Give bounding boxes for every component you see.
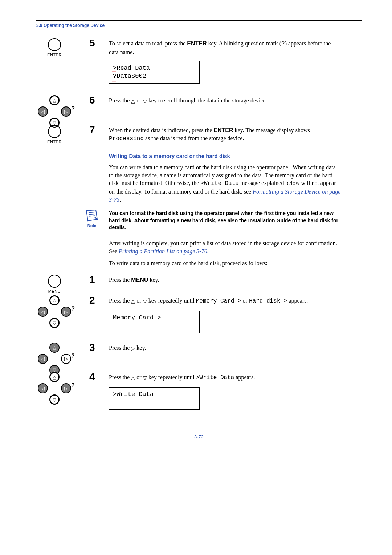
step-text: To select a data to read, press the ENTE…: [109, 40, 341, 56]
step-4: △ ◁ ▷ ▽ ? 4 Press the △ or ▽ key repeate…: [109, 373, 341, 410]
qmark: ?: [281, 41, 285, 47]
step-text: Press the △ or ▽ key repeatedly until Me…: [109, 297, 341, 305]
txt: When the desired data is indicated, pres…: [109, 127, 213, 133]
txt: key to scroll through the data in the st…: [147, 97, 267, 104]
step-7: ENTER 7 When the desired data is indicat…: [109, 126, 341, 143]
step-number: 7: [89, 124, 95, 136]
right-arrow-icon: ▷: [61, 354, 71, 364]
txt: .: [119, 197, 121, 203]
step-number: 1: [89, 274, 95, 285]
icon-label: ENTER: [36, 139, 73, 144]
icon-label: ENTER: [36, 53, 73, 57]
txt: or: [135, 374, 143, 380]
icon-label: MENU: [36, 289, 73, 293]
circle-icon: [48, 38, 61, 51]
lcd-line-1: >Read Data: [113, 64, 196, 72]
blink-mark-icon: ▴▴: [112, 79, 116, 83]
txt: key. The message display shows: [233, 127, 310, 133]
blink-mark-icon: ▾▾: [112, 70, 116, 74]
question-icon: ?: [71, 353, 75, 359]
up-arrow-icon: △: [49, 95, 60, 105]
page-footer: 3-72: [36, 430, 362, 439]
subsection-heading: Writing Data to a memory card or the har…: [109, 153, 341, 159]
key-name: ENTER: [213, 127, 233, 133]
triangle-up-icon: △: [131, 376, 135, 381]
right-arrow-icon: ▷: [61, 383, 71, 393]
dpad-icon: △ ◁ ▷ ▽ ?: [36, 372, 73, 405]
step-text: When the desired data is indicated, pres…: [109, 126, 341, 143]
step-text: Press the △ or ▽ key repeatedly until >W…: [109, 373, 341, 382]
down-arrow-icon: ▽: [49, 394, 60, 405]
txt: or: [135, 297, 143, 304]
triangle-down-icon: ▽: [143, 376, 147, 381]
paragraph: To write data to a memory card or the ha…: [109, 259, 341, 267]
up-arrow-icon: △: [49, 372, 60, 382]
txt: Press the: [109, 297, 131, 304]
lcd-display: >Read Data ▾▾ ?DataS002 ▴▴: [109, 61, 200, 84]
txt: key repeatedly until: [147, 297, 196, 304]
left-arrow-icon: ◁: [38, 307, 48, 317]
paragraph: You can write data to a memory card or t…: [109, 163, 341, 203]
txt: Press the: [109, 277, 131, 283]
triangle-up-icon: △: [131, 99, 135, 104]
step-5: ENTER 5 To select a data to read, press …: [109, 40, 341, 84]
key-name: ENTER: [187, 40, 207, 46]
code: Memory Card >: [196, 298, 241, 304]
bottom-rule: [36, 430, 362, 430]
step-number: 6: [89, 94, 95, 106]
step-2: △ ◁ ▷ ▽ ? 2 Press the △ or ▽ key repeate…: [109, 297, 341, 333]
right-arrow-icon: ▷: [61, 307, 71, 317]
step-number: 2: [89, 295, 95, 306]
lcd-text: ?DataS002: [113, 73, 146, 80]
lcd-line-1: Memory Card >: [113, 314, 196, 322]
dpad-icon: △ ◁ ▷ ▽ ?: [36, 343, 73, 375]
step-1: MENU 1 Press the MENU key.: [109, 276, 341, 284]
lcd-display: Memory Card >: [109, 311, 200, 333]
txt: appears.: [234, 374, 255, 380]
triangle-up-icon: △: [131, 299, 135, 304]
enter-key-icon: ENTER: [36, 38, 73, 57]
triangle-down-icon: ▽: [143, 299, 147, 304]
txt: Press the: [109, 345, 131, 351]
note-label: Note: [87, 223, 96, 228]
up-arrow-icon: △: [49, 295, 60, 305]
question-icon: ?: [71, 305, 75, 312]
txt: or: [241, 297, 249, 304]
left-arrow-icon: ◁: [38, 383, 48, 393]
circle-icon: [48, 125, 61, 138]
lcd-line-1: >Write Data: [113, 390, 196, 398]
code: Hard disk >: [249, 298, 287, 304]
section-header: 3.9 Operating the Storage Device: [36, 23, 362, 28]
right-arrow-icon: ▷: [61, 106, 71, 117]
cross-reference-link[interactable]: Printing a Partition List on page 3-76: [119, 248, 207, 254]
step-text: Press the MENU key.: [109, 276, 341, 284]
enter-key-icon: ENTER: [36, 125, 73, 144]
step-number: 3: [89, 342, 95, 353]
up-arrow-icon: △: [49, 343, 60, 353]
left-arrow-icon: ◁: [38, 354, 48, 364]
lcd-display: >Write Data: [109, 387, 200, 410]
top-rule: [36, 20, 362, 21]
txt: appears.: [287, 297, 308, 304]
triangle-right-icon: ▷: [131, 346, 135, 351]
dpad-icon: △ ◁ ▷ ▽ ?: [36, 295, 73, 328]
txt: key. A blinking question mark (: [207, 40, 281, 46]
txt: key repeatedly until: [147, 374, 196, 380]
txt: key.: [135, 345, 146, 351]
txt: Press the: [109, 374, 131, 380]
code: Processing: [109, 135, 144, 142]
lcd-line-2: ▾▾ ?DataS002 ▴▴: [113, 72, 196, 80]
question-icon: ?: [71, 105, 75, 112]
note-block: Note You can format the hard disk using …: [109, 210, 341, 231]
step-3: △ ◁ ▷ ▽ ? 3 Press the ▷ key.: [109, 344, 341, 352]
step-number: 5: [89, 37, 95, 49]
circle-icon: [48, 275, 61, 288]
txt: as the data is read from the storage dev…: [144, 135, 244, 141]
txt: To select a data to read, press the: [109, 40, 187, 46]
code: >Write Data: [196, 374, 234, 381]
note-text: You can format the hard disk using the o…: [109, 210, 338, 230]
triangle-down-icon: ▽: [143, 99, 147, 104]
code: >Write Data: [200, 180, 239, 187]
page-number: 3-72: [36, 434, 362, 439]
txt: Press the: [109, 97, 131, 104]
